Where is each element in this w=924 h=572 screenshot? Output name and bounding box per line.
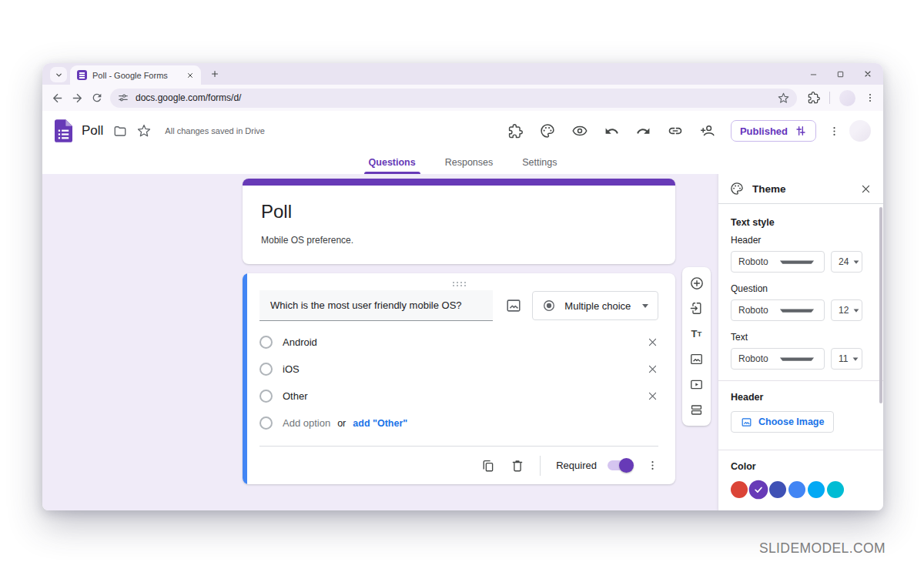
theme-panel-title: Theme	[752, 183, 852, 195]
account-avatar[interactable]	[849, 120, 871, 142]
published-button[interactable]: Published	[731, 120, 816, 142]
undo-icon[interactable]	[604, 124, 619, 139]
tab-search-button[interactable]	[50, 67, 67, 82]
radio-icon	[259, 416, 273, 430]
tab-responses[interactable]: Responses	[434, 151, 504, 174]
address-bar[interactable]: docs.google.com/forms/d/	[110, 89, 797, 108]
option-row: Other	[259, 383, 658, 410]
preview-eye-icon[interactable]	[572, 123, 588, 139]
close-panel-icon[interactable]	[860, 183, 872, 195]
drag-handle[interactable]	[259, 279, 658, 289]
forms-app-header: Poll All changes saved in Drive Publishe…	[42, 111, 883, 151]
add-video-icon[interactable]	[689, 377, 704, 392]
remove-option-icon[interactable]	[647, 390, 658, 402]
forward-icon[interactable]	[70, 91, 84, 105]
question-type-dropdown[interactable]: Multiple choice	[532, 291, 658, 320]
window-controls	[809, 67, 872, 81]
text-style-heading: Text style	[731, 217, 871, 228]
question-text-input[interactable]: Which is the most user friendly mobile O…	[259, 290, 493, 321]
form-title[interactable]: Poll	[261, 201, 657, 222]
required-label: Required	[556, 460, 597, 471]
add-option-button[interactable]: Add option	[283, 417, 330, 429]
option-row: iOS	[259, 356, 658, 383]
add-title-text-icon[interactable]: TT	[691, 326, 702, 341]
google-forms-logo[interactable]	[55, 119, 72, 142]
form-title-card: Poll Mobile OS preference.	[243, 179, 675, 264]
form-description[interactable]: Mobile OS preference.	[261, 235, 657, 246]
copy-link-icon[interactable]	[668, 123, 683, 139]
question-footer: Required	[259, 446, 658, 484]
panel-divider	[718, 450, 883, 450]
color-swatch-teal[interactable]	[827, 481, 844, 498]
form-section-tabs: Questions Responses Settings	[42, 151, 883, 174]
remove-option-icon[interactable]	[647, 336, 658, 348]
header-font-select[interactable]: Roboto	[731, 251, 825, 273]
header-section-heading: Header	[731, 392, 871, 403]
color-swatch-red[interactable]	[731, 481, 748, 498]
star-icon[interactable]	[137, 124, 151, 138]
color-swatch-light-blue[interactable]	[808, 481, 825, 498]
share-person-add-icon[interactable]	[700, 123, 715, 139]
color-swatch-purple[interactable]	[749, 480, 768, 500]
site-settings-icon[interactable]	[118, 92, 129, 103]
browser-menu-icon[interactable]	[865, 92, 875, 103]
page: Poll - Google Forms docs.google.com/form…	[0, 0, 924, 572]
radio-icon[interactable]	[259, 336, 273, 349]
radio-icon[interactable]	[259, 363, 273, 376]
chevron-down-icon	[854, 260, 859, 263]
add-option-row: Add option or add "Other"	[259, 410, 658, 437]
new-tab-button[interactable]	[207, 66, 223, 82]
header-size-select[interactable]: 24	[831, 251, 862, 273]
tab-settings[interactable]: Settings	[511, 151, 567, 174]
option-label[interactable]: iOS	[283, 363, 300, 375]
option-label[interactable]: Android	[283, 336, 317, 348]
radio-icon[interactable]	[259, 390, 273, 403]
chevron-down-icon	[780, 309, 814, 312]
header-font-label: Header	[731, 235, 871, 246]
duplicate-icon[interactable]	[481, 459, 495, 473]
image-icon	[741, 416, 752, 428]
close-icon[interactable]	[863, 69, 872, 79]
color-swatch-indigo[interactable]	[769, 481, 786, 498]
reload-icon[interactable]	[90, 91, 104, 105]
more-options-icon[interactable]	[829, 125, 840, 137]
customize-theme-icon[interactable]	[540, 123, 555, 139]
question-size-select[interactable]: 12	[831, 299, 862, 321]
add-question-icon[interactable]	[689, 276, 705, 290]
tab-questions[interactable]: Questions	[358, 151, 427, 174]
watermark-text: SLIDEMODEL.COM	[759, 540, 886, 557]
choose-image-button[interactable]: Choose Image	[731, 411, 834, 433]
browser-tab[interactable]: Poll - Google Forms	[70, 65, 201, 85]
maximize-icon[interactable]	[836, 70, 845, 79]
tab-title: Poll - Google Forms	[92, 71, 181, 80]
add-image-icon[interactable]	[504, 296, 522, 315]
required-toggle[interactable]	[608, 460, 631, 470]
color-heading: Color	[731, 461, 871, 472]
remove-option-icon[interactable]	[647, 363, 658, 375]
tab-close-icon[interactable]	[186, 72, 194, 79]
delete-icon[interactable]	[511, 459, 524, 473]
add-ons-icon[interactable]	[508, 124, 523, 139]
move-folder-icon[interactable]	[113, 124, 127, 138]
extensions-icon[interactable]	[808, 92, 820, 104]
add-image-icon[interactable]	[689, 352, 704, 366]
add-other-link[interactable]: add "Other"	[353, 418, 407, 429]
bookmark-star-icon[interactable]	[778, 92, 789, 104]
add-section-icon[interactable]	[689, 403, 704, 417]
back-icon[interactable]	[50, 91, 64, 105]
redo-icon[interactable]	[636, 124, 651, 139]
multiple-choice-icon	[542, 299, 556, 313]
color-swatch-blue[interactable]	[788, 481, 805, 498]
option-label[interactable]: Other	[283, 390, 308, 402]
panel-scrollbar[interactable]	[879, 207, 882, 403]
import-questions-icon[interactable]	[689, 301, 704, 316]
panel-divider	[718, 380, 883, 381]
text-font-select[interactable]: Roboto	[731, 348, 825, 370]
profile-avatar[interactable]	[839, 90, 855, 106]
minimize-icon[interactable]	[809, 70, 818, 79]
question-more-icon[interactable]	[647, 460, 658, 471]
text-size-select[interactable]: 11	[831, 348, 862, 370]
text-font-label: Text	[731, 332, 871, 343]
question-font-select[interactable]: Roboto	[731, 299, 825, 321]
document-title[interactable]: Poll	[82, 123, 103, 139]
